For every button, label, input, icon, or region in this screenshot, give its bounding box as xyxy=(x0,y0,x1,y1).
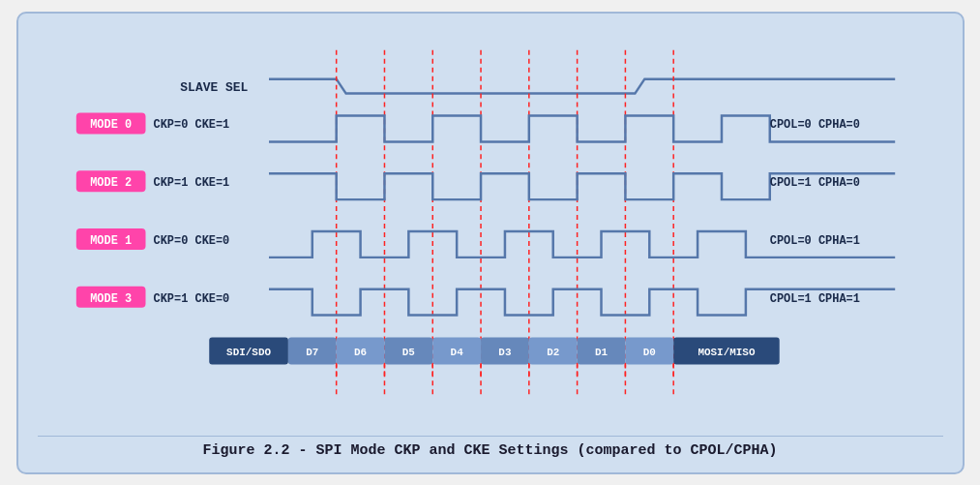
mode0-badge: MODE 0 xyxy=(90,118,132,132)
mode2-params: CKP=1 CKE=1 xyxy=(153,176,229,190)
d6-label: D6 xyxy=(354,347,367,358)
diagram-area: text.mono { font-family: 'Courier New', … xyxy=(38,31,943,426)
d0-label: D0 xyxy=(642,347,655,358)
mode3-right: CPOL=1 CPHA=1 xyxy=(769,291,859,305)
mode2-right: CPOL=1 CPHA=0 xyxy=(769,176,859,190)
d7-label: D7 xyxy=(306,347,318,358)
mode0-params: CKP=0 CKE=1 xyxy=(153,118,229,132)
slave-sel-label: SLAVE SEL xyxy=(180,79,248,94)
sdi-sdo-label: SDI/SDO xyxy=(226,347,271,358)
d1-label: D1 xyxy=(594,347,608,358)
d5-label: D5 xyxy=(401,347,414,358)
figure-caption: Figure 2.2 - SPI Mode CKP and CKE Settin… xyxy=(38,436,943,459)
mode3-params: CKP=1 CKE=0 xyxy=(153,291,229,305)
d2-label: D2 xyxy=(547,347,559,358)
d4-label: D4 xyxy=(450,347,463,358)
mode3-badge: MODE 3 xyxy=(90,291,132,305)
outer-container: text.mono { font-family: 'Courier New', … xyxy=(16,12,965,474)
mode1-right: CPOL=0 CPHA=1 xyxy=(769,233,859,247)
mosi-miso-label: MOSI/MISO xyxy=(698,347,756,358)
mode0-right: CPOL=0 CPHA=0 xyxy=(769,118,859,132)
mode2-badge: MODE 2 xyxy=(90,176,132,190)
mode1-params: CKP=0 CKE=0 xyxy=(153,233,229,247)
mode1-badge: MODE 1 xyxy=(90,233,132,247)
d3-label: D3 xyxy=(498,347,512,358)
